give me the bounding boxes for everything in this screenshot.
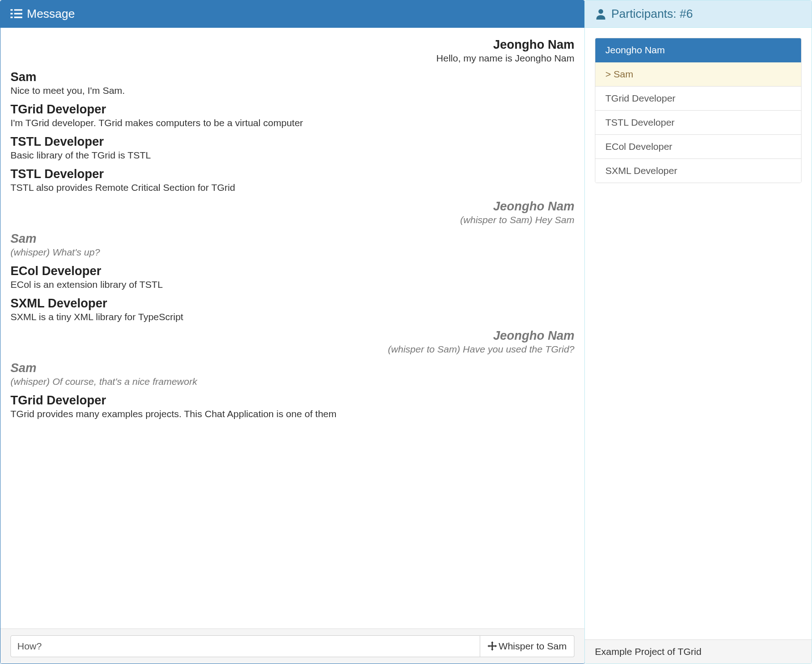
participants-body: Jeongho NamSamTGrid DeveloperTSTL Develo… <box>585 28 812 639</box>
message-author: Jeongho Nam <box>10 329 574 343</box>
participant-item[interactable]: Jeongho Nam <box>595 38 801 62</box>
message-item: TSTL DeveloperBasic library of the TGrid… <box>10 135 574 161</box>
svg-rect-3 <box>14 13 22 14</box>
participants-panel-footer: Example Project of TGrid <box>585 639 812 664</box>
message-author: Jeongho Nam <box>10 199 574 214</box>
message-author: Sam <box>10 70 574 84</box>
message-text: TGrid provides many examples projects. T… <box>10 409 574 419</box>
message-panel: Message Jeongho NamHello, my name is Jeo… <box>0 0 585 664</box>
message-panel-title: Message <box>27 7 75 21</box>
message-input[interactable] <box>10 635 480 657</box>
message-author: TGrid Developer <box>10 102 574 117</box>
participant-item[interactable]: SXML Developer <box>595 159 801 183</box>
message-panel-footer: Whisper to Sam <box>0 628 584 664</box>
message-author: Sam <box>10 361 574 375</box>
message-text: Hello, my name is Jeongho Nam <box>10 53 574 64</box>
message-text: (whisper) What's up? <box>10 247 574 258</box>
message-text: I'm TGrid developer. TGrid makes compute… <box>10 117 574 128</box>
participants-panel: Participants: #6 Jeongho NamSamTGrid Dev… <box>584 0 812 664</box>
message-item: TGrid DeveloperI'm TGrid developer. TGri… <box>10 102 574 128</box>
message-author: SXML Developer <box>10 296 574 311</box>
message-author: ECol Developer <box>10 264 574 278</box>
message-author: Jeongho Nam <box>10 38 574 52</box>
message-panel-heading: Message <box>0 0 584 28</box>
message-text: ECol is an extension library of TSTL <box>10 279 574 290</box>
participant-item[interactable]: ECol Developer <box>595 135 801 159</box>
list-icon <box>10 8 22 20</box>
message-input-group: Whisper to Sam <box>10 635 574 657</box>
message-text: TSTL also provides Remote Critical Secti… <box>10 182 574 193</box>
message-item: Jeongho NamHello, my name is Jeongho Nam <box>10 38 574 64</box>
message-text: Nice to meet you, I'm Sam. <box>10 85 574 96</box>
participant-item[interactable]: TSTL Developer <box>595 111 801 135</box>
svg-marker-6 <box>487 641 497 651</box>
user-icon <box>595 8 607 20</box>
message-author: TSTL Developer <box>10 167 574 181</box>
message-item: Sam(whisper) What's up? <box>10 232 574 258</box>
message-author: TGrid Developer <box>10 393 574 408</box>
participants-list: Jeongho NamSamTGrid DeveloperTSTL Develo… <box>595 38 802 183</box>
participants-panel-heading: Participants: #6 <box>585 0 812 28</box>
message-item: Sam(whisper) Of course, that's a nice fr… <box>10 361 574 387</box>
message-text: SXML is a tiny XML library for TypeScrip… <box>10 312 574 322</box>
message-text: (whisper) Of course, that's a nice frame… <box>10 376 574 387</box>
move-icon <box>487 641 497 651</box>
message-item: SXML DeveloperSXML is a tiny XML library… <box>10 296 574 322</box>
participant-item[interactable]: TGrid Developer <box>595 87 801 111</box>
message-text: Basic library of the TGrid is TSTL <box>10 150 574 161</box>
svg-rect-4 <box>10 16 13 18</box>
message-item: Jeongho Nam(whisper to Sam) Have you use… <box>10 329 574 355</box>
svg-rect-1 <box>14 9 22 10</box>
svg-rect-0 <box>10 9 13 10</box>
participant-item[interactable]: Sam <box>595 62 801 87</box>
message-item: ECol DeveloperECol is an extension libra… <box>10 264 574 290</box>
message-author: TSTL Developer <box>10 135 574 149</box>
messages-container[interactable]: Jeongho NamHello, my name is Jeongho Nam… <box>0 28 584 628</box>
svg-rect-5 <box>14 16 22 18</box>
message-item: SamNice to meet you, I'm Sam. <box>10 70 574 96</box>
message-author: Sam <box>10 232 574 246</box>
whisper-button-label: Whisper to Sam <box>499 641 567 652</box>
svg-rect-2 <box>10 13 13 14</box>
message-item: Jeongho Nam(whisper to Sam) Hey Sam <box>10 199 574 225</box>
message-text: (whisper to Sam) Have you used the TGrid… <box>10 344 574 355</box>
message-item: TGrid DeveloperTGrid provides many examp… <box>10 393 574 419</box>
whisper-button[interactable]: Whisper to Sam <box>480 635 574 657</box>
message-text: (whisper to Sam) Hey Sam <box>10 215 574 225</box>
participants-panel-title: Participants: #6 <box>611 7 693 21</box>
message-item: TSTL DeveloperTSTL also provides Remote … <box>10 167 574 193</box>
svg-point-7 <box>599 9 603 14</box>
